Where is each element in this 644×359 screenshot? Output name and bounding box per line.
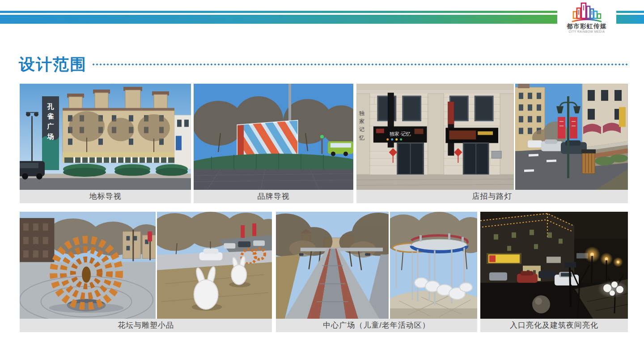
caption-night-lighting: 入口亮化及建筑夜间亮化 xyxy=(480,319,628,332)
caption-central-plaza: 中心广场（儿童/老年活动区） xyxy=(276,319,477,332)
photo-brand-billboard xyxy=(194,84,353,190)
svg-text:忆: 忆 xyxy=(359,134,364,141)
title-dotted-rule xyxy=(93,64,628,65)
photo-storefront-signs: 独家·记忆 独家记忆 xyxy=(356,84,514,190)
photo-canopy-seating xyxy=(390,212,477,319)
caption-sculpture: 花坛与雕塑小品 xyxy=(20,319,272,332)
page-title: 设计范围 xyxy=(19,54,87,76)
caption-storefront-lamp: 店招与路灯 xyxy=(356,190,628,203)
header-stripe-thick xyxy=(0,15,644,24)
totem-char-1: 孔 xyxy=(47,103,55,110)
photo-peacock-sculpture xyxy=(20,212,156,319)
caption-brand: 品牌导视 xyxy=(194,190,353,203)
logo-title: 都市彩虹传媒 xyxy=(555,23,619,30)
storefront-sign-text: 独家·记忆 xyxy=(390,131,411,137)
totem-char-4: 场 xyxy=(47,132,54,140)
photo-street-lamp xyxy=(515,84,628,190)
svg-text:记: 记 xyxy=(359,126,364,132)
city-rainbow-logo-icon xyxy=(571,1,602,23)
photo-night-lighting xyxy=(480,212,628,319)
svg-text:独: 独 xyxy=(359,110,364,116)
logo: 都市彩虹传媒 CITY RAINBOW MEDIA xyxy=(555,1,619,34)
svg-text:家: 家 xyxy=(359,118,364,124)
totem-char-2: 雀 xyxy=(47,112,54,120)
header-stripe-thin xyxy=(0,11,644,13)
photo-plaza-walkway xyxy=(276,212,389,319)
logo-tagline: CITY RAINBOW MEDIA xyxy=(555,30,619,34)
totem-char-3: 广 xyxy=(47,122,54,130)
caption-landmark: 地标导视 xyxy=(20,190,191,203)
photo-rabbit-sculptures xyxy=(157,212,272,319)
photo-landmark-plaza: 孔 雀 广 场 xyxy=(20,84,191,190)
slide: 都市彩虹传媒 CITY RAINBOW MEDIA 设计范围 xyxy=(0,0,644,359)
